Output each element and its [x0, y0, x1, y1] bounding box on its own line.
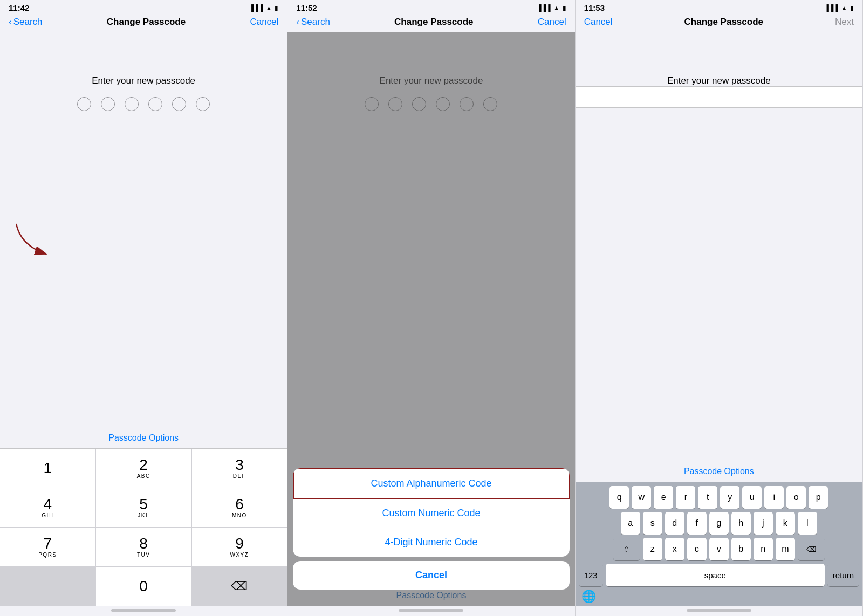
key-0-num: 0 [139, 579, 148, 594]
dot-3 [125, 97, 139, 111]
signal-icon-3: ▐▐▐ [825, 4, 839, 12]
key-e[interactable]: e [654, 486, 673, 509]
passcode-options-1[interactable]: Passcode Options [108, 433, 179, 443]
key-r[interactable]: r [676, 486, 695, 509]
shift-key[interactable]: ⇧ [613, 538, 640, 560]
key-o[interactable]: o [786, 486, 806, 509]
signal-icon-2: ▐▐▐ [537, 4, 551, 12]
alpha-bottom-row: 123 space return [577, 564, 861, 586]
key-6[interactable]: 6 MNO [192, 488, 287, 527]
nav-title-3: Change Passcode [684, 17, 763, 28]
key-7[interactable]: 7 PQRS [0, 528, 95, 566]
key-3[interactable]: 3 DEF [192, 449, 287, 488]
key-backspace[interactable]: ⌫ [192, 567, 287, 606]
back-chevron-2: ‹ [296, 17, 299, 28]
key-j[interactable]: j [754, 512, 773, 535]
key-0[interactable]: 0 [96, 567, 191, 606]
key-8[interactable]: 8 TUV [96, 528, 191, 566]
panel-2-actionsheet: 11:52 ▐▐▐ ▲ ▮ ‹ Search Change Passcode C… [287, 0, 575, 616]
key-4-letters: GHI [42, 512, 53, 518]
dot-6 [196, 97, 210, 111]
key-9-letters: WXYZ [230, 552, 249, 558]
key-l[interactable]: l [798, 512, 817, 535]
key-s[interactable]: s [643, 512, 662, 535]
passcode-options-3[interactable]: Passcode Options [684, 467, 754, 476]
dots-row-1 [77, 97, 210, 111]
key-6-letters: MNO [232, 512, 247, 518]
key-8-letters: TUV [137, 552, 150, 558]
battery-icon-1: ▮ [275, 4, 278, 12]
key-w[interactable]: w [632, 486, 651, 509]
key-x[interactable]: x [665, 538, 684, 560]
key-a[interactable]: a [621, 512, 640, 535]
back-chevron-1: ‹ [9, 17, 12, 28]
key-2-num: 2 [139, 457, 148, 473]
key-7-num: 7 [44, 536, 52, 551]
dot-2 [101, 97, 115, 111]
content-area-1: Enter your new passcode Passcode Options [0, 32, 287, 448]
key-2[interactable]: 2 ABC [96, 449, 191, 488]
nav-bar-3: Cancel Change Passcode Next [576, 15, 862, 32]
return-label: return [833, 571, 854, 580]
key-p[interactable]: p [809, 486, 828, 509]
key-9[interactable]: 9 WXYZ [192, 528, 287, 566]
key-6-num: 6 [235, 497, 244, 512]
dot-1 [77, 97, 91, 111]
nav-back-2[interactable]: ‹ Search [296, 17, 330, 28]
globe-icon[interactable]: 🌐 [581, 590, 596, 604]
nav-cancel-3[interactable]: Cancel [584, 17, 613, 28]
key-t[interactable]: t [698, 486, 717, 509]
key-2-letters: ABC [137, 473, 150, 479]
key-5-num: 5 [139, 497, 148, 512]
wifi-icon-1: ▲ [265, 4, 272, 12]
key-8-num: 8 [139, 536, 148, 551]
key-f[interactable]: f [687, 512, 707, 535]
nav-cancel-1[interactable]: Cancel [250, 17, 278, 28]
key-3-num: 3 [235, 457, 244, 473]
key-y[interactable]: y [720, 486, 739, 509]
key-n[interactable]: n [754, 538, 773, 560]
alpha-space-key[interactable]: space [606, 564, 825, 586]
status-bar-3: 11:53 ▐▐▐ ▲ ▮ [576, 0, 862, 15]
signal-icon-1: ▐▐▐ [249, 4, 263, 12]
alpha-row-2: a s d f g h j k l [577, 512, 861, 535]
action-4digit-numeric[interactable]: 4-Digit Numeric Code [293, 528, 569, 557]
key-q[interactable]: q [609, 486, 629, 509]
key-h[interactable]: h [731, 512, 751, 535]
nav-back-1[interactable]: ‹ Search [9, 17, 43, 28]
nav-cancel-2[interactable]: Cancel [538, 17, 566, 28]
key-z[interactable]: z [643, 538, 662, 560]
key-4[interactable]: 4 GHI [0, 488, 95, 527]
key-u[interactable]: u [742, 486, 762, 509]
key-5[interactable]: 5 JKL [96, 488, 191, 527]
status-time-2: 11:52 [296, 3, 317, 12]
alpha-return-key[interactable]: return [827, 564, 859, 586]
panel2-wrapper: Enter your new passcode Passcode Options… [287, 32, 574, 606]
alpha-row-3: ⇧ z x c v b n m ⌫ [577, 538, 861, 560]
dot-4 [148, 97, 162, 111]
alpha-text-input[interactable] [576, 86, 862, 108]
action-sheet-cancel[interactable]: Cancel [293, 561, 569, 590]
del-key[interactable]: ⌫ [798, 538, 825, 560]
key-b[interactable]: b [731, 538, 751, 560]
panel2-overlay: Custom Alphanumeric Code Custom Numeric … [287, 32, 574, 606]
key-i[interactable]: i [764, 486, 784, 509]
dot-5 [172, 97, 186, 111]
wifi-icon-3: ▲ [841, 4, 847, 12]
key-m[interactable]: m [776, 538, 795, 560]
key-v[interactable]: v [709, 538, 729, 560]
nav-next-3[interactable]: Next [835, 17, 854, 28]
key-1[interactable]: 1 [0, 449, 95, 488]
status-bar-1: 11:42 ▐▐▐ ▲ ▮ [0, 0, 287, 15]
panel-3-alpha: 11:53 ▐▐▐ ▲ ▮ Cancel Change Passcode Nex… [576, 0, 863, 616]
alpha-row-1: q w e r t y u i o p [577, 486, 861, 509]
action-sheet: Custom Alphanumeric Code Custom Numeric … [293, 468, 569, 590]
battery-icon-3: ▮ [850, 4, 854, 12]
key-k[interactable]: k [776, 512, 795, 535]
action-custom-numeric[interactable]: Custom Numeric Code [293, 499, 569, 528]
key-g[interactable]: g [709, 512, 729, 535]
key-d[interactable]: d [665, 512, 684, 535]
action-custom-alphanumeric[interactable]: Custom Alphanumeric Code [293, 468, 569, 499]
key-c[interactable]: c [687, 538, 707, 560]
alpha-num-toggle[interactable]: 123 [579, 564, 603, 586]
